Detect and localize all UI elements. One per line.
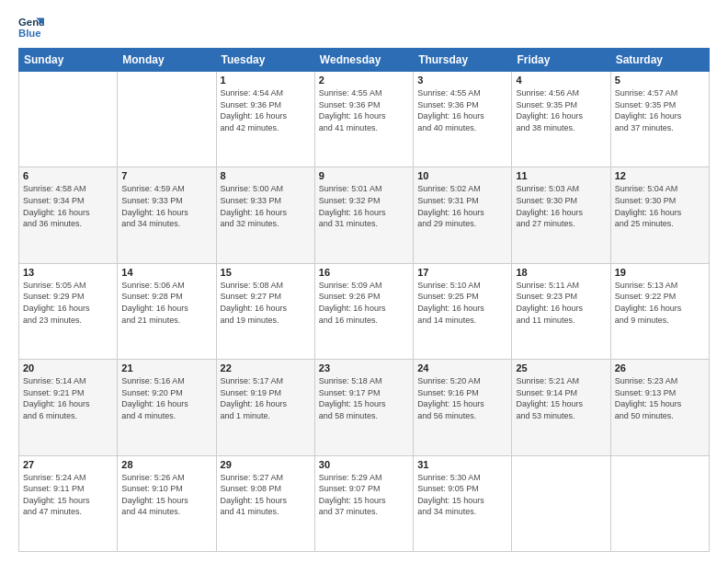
- calendar-cell: 23Sunrise: 5:18 AMSunset: 9:17 PMDayligh…: [314, 360, 413, 455]
- day-number: 11: [516, 170, 606, 181]
- cell-data: Sunrise: 4:54 AMSunset: 9:36 PMDaylight:…: [221, 87, 311, 133]
- calendar-cell: 20Sunrise: 5:14 AMSunset: 9:21 PMDayligh…: [19, 360, 118, 455]
- cell-data: Sunrise: 5:03 AMSunset: 9:30 PMDaylight:…: [516, 183, 606, 229]
- calendar-cell: 2Sunrise: 4:55 AMSunset: 9:36 PMDaylight…: [314, 72, 413, 167]
- calendar-cell: 4Sunrise: 4:56 AMSunset: 9:35 PMDaylight…: [512, 72, 610, 167]
- calendar-cell: [512, 455, 610, 551]
- week-row-3: 13Sunrise: 5:05 AMSunset: 9:29 PMDayligh…: [19, 263, 710, 359]
- day-number: 25: [516, 362, 606, 373]
- day-number: 24: [417, 362, 507, 373]
- cell-data: Sunrise: 5:05 AMSunset: 9:29 PMDaylight:…: [23, 280, 113, 326]
- calendar-cell: 26Sunrise: 5:23 AMSunset: 9:13 PMDayligh…: [610, 360, 709, 455]
- logo-icon: General Blue: [18, 15, 44, 40]
- day-number: 22: [221, 362, 311, 373]
- calendar-cell: 12Sunrise: 5:04 AMSunset: 9:30 PMDayligh…: [610, 167, 709, 263]
- logo: General Blue: [18, 15, 48, 40]
- calendar-cell: 14Sunrise: 5:06 AMSunset: 9:28 PMDayligh…: [118, 263, 216, 359]
- col-header-wednesday: Wednesday: [314, 49, 413, 72]
- day-number: 20: [23, 362, 113, 373]
- calendar-cell: 15Sunrise: 5:08 AMSunset: 9:27 PMDayligh…: [216, 263, 314, 359]
- cell-data: Sunrise: 5:11 AMSunset: 9:23 PMDaylight:…: [516, 280, 606, 326]
- calendar-cell: 22Sunrise: 5:17 AMSunset: 9:19 PMDayligh…: [216, 360, 314, 455]
- calendar-cell: 5Sunrise: 4:57 AMSunset: 9:35 PMDaylight…: [610, 72, 709, 167]
- week-row-1: 1Sunrise: 4:54 AMSunset: 9:36 PMDaylight…: [19, 72, 710, 167]
- cell-data: Sunrise: 5:17 AMSunset: 9:19 PMDaylight:…: [221, 375, 311, 421]
- cell-data: Sunrise: 5:00 AMSunset: 9:33 PMDaylight:…: [221, 183, 311, 229]
- day-number: 12: [615, 170, 705, 181]
- day-number: 28: [121, 459, 211, 470]
- day-number: 15: [221, 267, 311, 278]
- day-number: 23: [319, 362, 409, 373]
- col-header-sunday: Sunday: [19, 49, 118, 72]
- day-number: 3: [417, 75, 507, 86]
- col-header-monday: Monday: [118, 49, 216, 72]
- cell-data: Sunrise: 4:55 AMSunset: 9:36 PMDaylight:…: [319, 87, 409, 133]
- day-number: 13: [23, 267, 113, 278]
- calendar-cell: [19, 72, 118, 167]
- cell-data: Sunrise: 5:04 AMSunset: 9:30 PMDaylight:…: [615, 183, 705, 229]
- calendar-cell: 16Sunrise: 5:09 AMSunset: 9:26 PMDayligh…: [314, 263, 413, 359]
- day-number: 5: [615, 75, 705, 86]
- cell-data: Sunrise: 5:10 AMSunset: 9:25 PMDaylight:…: [417, 280, 507, 326]
- col-header-tuesday: Tuesday: [216, 49, 314, 72]
- day-number: 1: [221, 75, 311, 86]
- calendar-cell: 17Sunrise: 5:10 AMSunset: 9:25 PMDayligh…: [414, 263, 512, 359]
- calendar-cell: 3Sunrise: 4:55 AMSunset: 9:36 PMDaylight…: [414, 72, 512, 167]
- cell-data: Sunrise: 5:02 AMSunset: 9:31 PMDaylight:…: [417, 183, 507, 229]
- day-number: 4: [516, 75, 606, 86]
- cell-data: Sunrise: 5:08 AMSunset: 9:27 PMDaylight:…: [221, 280, 311, 326]
- calendar-cell: 19Sunrise: 5:13 AMSunset: 9:22 PMDayligh…: [610, 263, 709, 359]
- header: General Blue: [18, 15, 710, 40]
- col-header-friday: Friday: [512, 49, 610, 72]
- day-number: 26: [615, 362, 705, 373]
- day-number: 29: [221, 459, 311, 470]
- cell-data: Sunrise: 5:29 AMSunset: 9:07 PMDaylight:…: [319, 472, 409, 518]
- calendar-table: SundayMondayTuesdayWednesdayThursdayFrid…: [18, 48, 710, 552]
- day-number: 2: [319, 75, 409, 86]
- calendar-cell: [118, 72, 216, 167]
- cell-data: Sunrise: 5:27 AMSunset: 9:08 PMDaylight:…: [221, 472, 311, 518]
- day-number: 7: [121, 170, 211, 181]
- calendar-cell: 25Sunrise: 5:21 AMSunset: 9:14 PMDayligh…: [512, 360, 610, 455]
- calendar-cell: 24Sunrise: 5:20 AMSunset: 9:16 PMDayligh…: [414, 360, 512, 455]
- col-header-saturday: Saturday: [610, 49, 709, 72]
- day-number: 10: [417, 170, 507, 181]
- cell-data: Sunrise: 5:21 AMSunset: 9:14 PMDaylight:…: [516, 375, 606, 421]
- cell-data: Sunrise: 4:56 AMSunset: 9:35 PMDaylight:…: [516, 87, 606, 133]
- cell-data: Sunrise: 4:59 AMSunset: 9:33 PMDaylight:…: [121, 183, 211, 229]
- cell-data: Sunrise: 5:16 AMSunset: 9:20 PMDaylight:…: [121, 375, 211, 421]
- cell-data: Sunrise: 5:24 AMSunset: 9:11 PMDaylight:…: [23, 472, 113, 518]
- cell-data: Sunrise: 5:23 AMSunset: 9:13 PMDaylight:…: [615, 375, 705, 421]
- col-header-thursday: Thursday: [414, 49, 512, 72]
- calendar-cell: [610, 455, 709, 551]
- cell-data: Sunrise: 5:09 AMSunset: 9:26 PMDaylight:…: [319, 280, 409, 326]
- cell-data: Sunrise: 5:14 AMSunset: 9:21 PMDaylight:…: [23, 375, 113, 421]
- calendar-cell: 10Sunrise: 5:02 AMSunset: 9:31 PMDayligh…: [414, 167, 512, 263]
- calendar-cell: 9Sunrise: 5:01 AMSunset: 9:32 PMDaylight…: [314, 167, 413, 263]
- svg-text:Blue: Blue: [18, 28, 41, 39]
- day-number: 19: [615, 267, 705, 278]
- day-number: 14: [121, 267, 211, 278]
- calendar-cell: 27Sunrise: 5:24 AMSunset: 9:11 PMDayligh…: [19, 455, 118, 551]
- week-row-4: 20Sunrise: 5:14 AMSunset: 9:21 PMDayligh…: [19, 360, 710, 455]
- day-number: 17: [417, 267, 507, 278]
- calendar-cell: 28Sunrise: 5:26 AMSunset: 9:10 PMDayligh…: [118, 455, 216, 551]
- calendar-cell: 30Sunrise: 5:29 AMSunset: 9:07 PMDayligh…: [314, 455, 413, 551]
- day-number: 21: [121, 362, 211, 373]
- day-number: 27: [23, 459, 113, 470]
- cell-data: Sunrise: 5:13 AMSunset: 9:22 PMDaylight:…: [615, 280, 705, 326]
- cell-data: Sunrise: 5:26 AMSunset: 9:10 PMDaylight:…: [121, 472, 211, 518]
- cell-data: Sunrise: 4:55 AMSunset: 9:36 PMDaylight:…: [417, 87, 507, 133]
- cell-data: Sunrise: 4:57 AMSunset: 9:35 PMDaylight:…: [615, 87, 705, 133]
- day-number: 9: [319, 170, 409, 181]
- week-row-5: 27Sunrise: 5:24 AMSunset: 9:11 PMDayligh…: [19, 455, 710, 551]
- day-number: 16: [319, 267, 409, 278]
- calendar-cell: 18Sunrise: 5:11 AMSunset: 9:23 PMDayligh…: [512, 263, 610, 359]
- calendar-cell: 29Sunrise: 5:27 AMSunset: 9:08 PMDayligh…: [216, 455, 314, 551]
- day-number: 6: [23, 170, 113, 181]
- calendar-cell: 31Sunrise: 5:30 AMSunset: 9:05 PMDayligh…: [414, 455, 512, 551]
- calendar-cell: 7Sunrise: 4:59 AMSunset: 9:33 PMDaylight…: [118, 167, 216, 263]
- day-number: 8: [221, 170, 311, 181]
- cell-data: Sunrise: 5:30 AMSunset: 9:05 PMDaylight:…: [417, 472, 507, 518]
- week-row-2: 6Sunrise: 4:58 AMSunset: 9:34 PMDaylight…: [19, 167, 710, 263]
